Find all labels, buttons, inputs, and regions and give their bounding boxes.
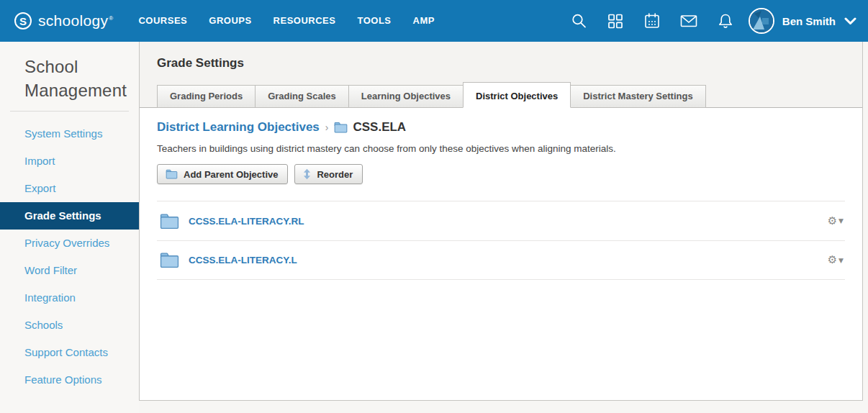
gear-icon: ⚙ [828,255,837,266]
top-navbar: S schoology® COURSES GROUPS RESOURCES TO… [0,0,868,42]
grade-settings-header: Grade Settings Grading Periods Grading S… [140,42,862,108]
objectives-list: CCSS.ELA-LITERACY.RL ⚙ ▼ CCSS.ELA-LITERA… [157,201,845,280]
tab-district-objectives[interactable]: District Objectives [463,82,571,108]
toolbar: Add Parent Objective Reorder [157,164,845,184]
tab-district-mastery-settings[interactable]: District Mastery Settings [570,85,705,108]
schoology-logo[interactable]: S schoology® [14,12,113,30]
caret-down-icon: ▼ [838,217,844,224]
tab-grading-scales[interactable]: Grading Scales [255,85,349,108]
caret-down-icon: ▼ [838,257,844,264]
folder-icon [334,122,348,133]
logo-wordmark: schoology [38,12,108,29]
breadcrumb-parent-link[interactable]: District Learning Objectives [157,120,320,135]
reorder-button[interactable]: Reorder [294,164,363,184]
tab-learning-objectives[interactable]: Learning Objectives [348,85,464,108]
row-actions-menu[interactable]: ⚙ ▼ [828,255,844,266]
sidebar-item-feature-options[interactable]: Feature Options [0,366,139,394]
tab-grading-periods[interactable]: Grading Periods [157,85,256,108]
page-title: Grade Settings [157,56,845,71]
reorder-arrows-icon [303,168,311,180]
main-content-card: Grade Settings Grading Periods Grading S… [139,42,863,401]
sidebar-item-support-contacts[interactable]: Support Contacts [0,339,139,366]
objective-row: CCSS.ELA-LITERACY.RL ⚙ ▼ [157,201,845,240]
nav-item-groups[interactable]: GROUPS [198,0,262,42]
gear-icon: ⚙ [828,216,837,227]
breadcrumb-separator-icon: › [325,122,329,133]
reorder-label: Reorder [317,169,353,180]
row-actions-menu[interactable]: ⚙ ▼ [828,216,844,227]
user-name: Ben Smith [782,15,836,27]
sidebar-item-integration[interactable]: Integration [0,284,139,312]
sidebar-item-word-filter[interactable]: Word Filter [0,257,139,284]
breadcrumb: District Learning Objectives › CSS.ELA [157,120,845,135]
chevron-down-icon [844,17,856,25]
folder-icon [166,169,178,179]
add-parent-objective-button[interactable]: Add Parent Objective [157,164,288,184]
nav-item-amp[interactable]: AMP [402,0,446,42]
user-account-menu[interactable]: Ben Smith [749,8,856,34]
messages-icon[interactable] [671,0,707,42]
primary-nav: COURSES GROUPS RESOURCES TOOLS AMP [127,0,445,42]
notifications-icon[interactable] [707,0,744,42]
sidebar-item-schools[interactable]: Schools [0,312,139,339]
objective-row: CCSS.ELA-LITERACY.L ⚙ ▼ [157,240,845,280]
nav-item-resources[interactable]: RESOURCES [263,0,347,42]
sidebar-item-grade-settings[interactable]: Grade Settings [0,202,139,230]
sidebar-item-privacy-overrides[interactable]: Privacy Overrides [0,230,139,257]
schoology-s-icon: S [14,12,32,30]
registered-mark: ® [109,15,113,22]
sidebar-title: School Management [0,42,139,102]
folder-icon [160,252,179,268]
district-objectives-panel: District Learning Objectives › CSS.ELA T… [140,108,862,280]
nav-item-tools[interactable]: TOOLS [346,0,402,42]
panel-description: Teachers in buildings using district mas… [157,143,845,154]
nav-item-courses[interactable]: COURSES [127,0,198,42]
logo-text: schoology® [38,12,113,30]
add-parent-objective-label: Add Parent Objective [184,169,278,180]
objective-link[interactable]: CCSS.ELA-LITERACY.L [189,255,297,266]
breadcrumb-current: CSS.ELA [353,120,406,135]
search-icon[interactable] [561,0,597,42]
folder-icon [160,213,179,230]
calendar-icon[interactable] [634,0,671,42]
sidebar-divider [10,111,129,112]
sidebar-item-import[interactable]: Import [0,148,139,175]
navbar-right-cluster: Ben Smith [561,0,856,42]
avatar [749,8,774,34]
sidebar-item-export[interactable]: Export [0,175,139,202]
grade-settings-tabs: Grading Periods Grading Scales Learning … [157,82,845,108]
apps-grid-icon[interactable] [597,0,634,42]
admin-sidebar: School Management System Settings Import… [0,42,139,413]
objective-link[interactable]: CCSS.ELA-LITERACY.RL [189,216,304,227]
sidebar-item-system-settings[interactable]: System Settings [0,120,139,148]
